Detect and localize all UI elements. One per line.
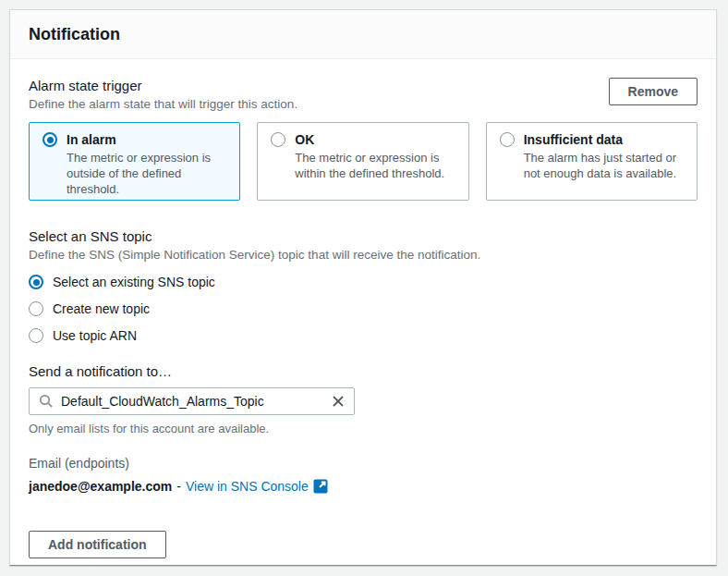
add-notification-button[interactable]: Add notification bbox=[29, 531, 166, 558]
sns-topic-options: Select an existing SNS topic Create new … bbox=[29, 273, 698, 345]
radio-use-topic-arn[interactable] bbox=[29, 328, 43, 343]
radio-dot bbox=[33, 333, 40, 339]
alarm-state-trigger-header: Alarm state trigger Define the alarm sta… bbox=[29, 78, 698, 113]
card-in-alarm-title: In alarm bbox=[67, 132, 116, 147]
email-endpoints-row: janedoe@example.com - View in SNS Consol… bbox=[29, 479, 698, 494]
search-icon bbox=[39, 394, 54, 409]
card-ok-title: OK bbox=[295, 132, 314, 147]
email-endpoints-section: Email (endpoints) janedoe@example.com - … bbox=[29, 456, 698, 494]
card-insufficient-data-description: The alarm has just started or not enough… bbox=[524, 150, 684, 181]
card-insufficient-data-title-row: Insufficient data bbox=[500, 132, 684, 147]
panel-header: Notification bbox=[10, 10, 716, 59]
email-address: janedoe@example.com bbox=[29, 479, 172, 494]
card-in-alarm[interactable]: In alarm The metric or expression is out… bbox=[29, 122, 240, 201]
external-link-icon bbox=[313, 479, 328, 494]
card-in-alarm-title-row: In alarm bbox=[42, 132, 226, 147]
option-create-new-topic-label: Create new topic bbox=[53, 300, 150, 318]
radio-dot bbox=[33, 306, 40, 313]
card-ok-title-row: OK bbox=[271, 132, 455, 147]
card-insufficient-data-title: Insufficient data bbox=[524, 132, 623, 147]
radio-dot bbox=[47, 137, 54, 143]
radio-existing-sns-topic[interactable] bbox=[29, 275, 43, 289]
view-in-sns-console-link[interactable]: View in SNS Console bbox=[186, 479, 328, 494]
option-existing-sns-topic[interactable]: Select an existing SNS topic bbox=[29, 273, 698, 291]
radio-insufficient-data[interactable] bbox=[500, 132, 515, 147]
alarm-state-cards: In alarm The metric or expression is out… bbox=[29, 122, 698, 201]
send-to-helper-text: Only email lists for this account are av… bbox=[29, 422, 698, 435]
radio-in-alarm[interactable] bbox=[42, 132, 57, 147]
clear-input-icon[interactable] bbox=[332, 395, 345, 408]
email-separator: - bbox=[176, 479, 181, 494]
alarm-state-trigger-label: Alarm state trigger bbox=[29, 78, 297, 94]
sns-topic-section: Select an SNS topic Define the SNS (Simp… bbox=[29, 228, 698, 345]
add-notification-wrap: Add notification bbox=[29, 531, 698, 558]
notification-panel: Notification Alarm state trigger Define … bbox=[9, 9, 717, 566]
alarm-state-trigger-labels: Alarm state trigger Define the alarm sta… bbox=[29, 78, 297, 113]
view-in-sns-console-link-text: View in SNS Console bbox=[186, 479, 309, 494]
option-use-topic-arn[interactable]: Use topic ARN bbox=[29, 326, 698, 345]
radio-ok[interactable] bbox=[271, 132, 285, 147]
send-to-section: Send a notification to… Only email list bbox=[29, 363, 698, 435]
panel-content: Alarm state trigger Define the alarm sta… bbox=[10, 59, 716, 576]
card-ok[interactable]: OK The metric or expression is within th… bbox=[257, 122, 468, 201]
alarm-state-trigger-description: Define the alarm state that will trigger… bbox=[29, 96, 297, 113]
option-create-new-topic[interactable]: Create new topic bbox=[29, 300, 698, 318]
option-existing-sns-topic-label: Select an existing SNS topic bbox=[53, 273, 215, 291]
email-endpoints-label: Email (endpoints) bbox=[29, 456, 698, 471]
send-to-label: Send a notification to… bbox=[29, 363, 698, 380]
sns-topic-description: Define the SNS (Simple Notification Serv… bbox=[29, 247, 698, 263]
radio-dot bbox=[33, 279, 40, 286]
sns-topic-search-input[interactable] bbox=[61, 394, 324, 409]
sns-topic-label: Select an SNS topic bbox=[29, 228, 698, 245]
remove-button[interactable]: Remove bbox=[609, 78, 698, 105]
page-title: Notification bbox=[29, 25, 698, 44]
card-insufficient-data[interactable]: Insufficient data The alarm has just sta… bbox=[486, 122, 698, 201]
card-ok-description: The metric or expression is within the d… bbox=[295, 150, 455, 181]
radio-dot bbox=[275, 137, 282, 143]
card-in-alarm-description: The metric or expression is outside of t… bbox=[67, 150, 226, 197]
radio-create-new-topic[interactable] bbox=[29, 301, 43, 316]
option-use-topic-arn-label: Use topic ARN bbox=[53, 326, 137, 345]
sns-topic-search-box[interactable] bbox=[29, 387, 355, 415]
radio-dot bbox=[504, 137, 510, 143]
